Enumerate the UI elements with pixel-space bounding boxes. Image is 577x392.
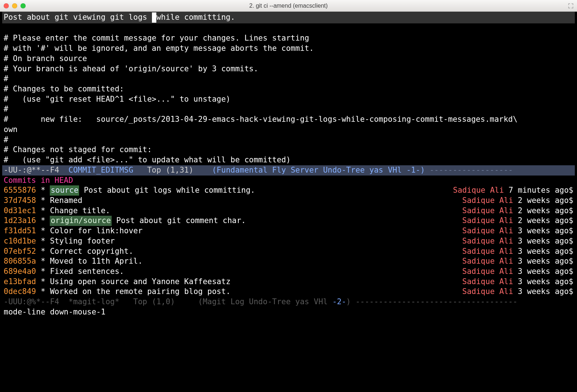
commit-row[interactable]: 6555876 * source Post about git logs whi… bbox=[2, 185, 575, 196]
commit-author: Sadique Ali bbox=[462, 256, 513, 267]
commit-age: 2 weeks ago$ bbox=[513, 216, 573, 226]
commit-age: 3 weeks ago$ bbox=[513, 236, 573, 246]
commit-hash: f31dd51 bbox=[4, 226, 36, 236]
commit-message: Worked on the remote pairing blog post. bbox=[50, 287, 230, 297]
commit-message: Change title. bbox=[50, 206, 110, 216]
commit-age: 3 weeks ago$ bbox=[513, 267, 573, 277]
commit-message-line[interactable]: Post about git viewing git logs while co… bbox=[2, 12, 575, 23]
commit-hash: 689e4a0 bbox=[4, 267, 36, 277]
commit-author: Sadique Ali bbox=[462, 216, 513, 226]
graph-marker: * bbox=[36, 185, 50, 196]
commit-hash: 07ebf52 bbox=[4, 246, 36, 257]
commit-hash: 0dec849 bbox=[4, 287, 36, 297]
ref-label: origin/source bbox=[50, 216, 111, 226]
commit-message: Color for link:hover bbox=[50, 226, 142, 236]
modeline-bottom-num: -2- bbox=[332, 297, 346, 306]
window-titlebar: 2. git ci --amend (emacsclient) bbox=[0, 0, 577, 12]
commit-author: Sadique Ali bbox=[462, 246, 513, 257]
modeline-bottom-left: -UUU:@%*--F4 *magit-log* Top (1,0) (Magi… bbox=[4, 297, 332, 306]
modeline-status: -UU-:@**--F4 bbox=[4, 166, 68, 174]
graph-marker: * bbox=[36, 267, 50, 277]
graph-marker: * bbox=[36, 236, 50, 246]
commit-author: Sadique Ali bbox=[462, 287, 513, 297]
commit-hash: 0d31ec1 bbox=[4, 206, 36, 216]
commit-age: 7 minutes ago$ bbox=[504, 185, 573, 196]
commit-author: Sadique Ali bbox=[462, 236, 513, 246]
fullscreen-icon[interactable] bbox=[567, 3, 574, 9]
modeline-bottom-fill: ----------------------------------- bbox=[355, 297, 518, 306]
commit-hash: 37d7458 bbox=[4, 196, 36, 206]
modeline-position: Top (1,31) bbox=[133, 166, 212, 174]
commit-row[interactable]: 07ebf52 * Correct copyright.Sadique Ali … bbox=[2, 246, 575, 257]
commit-row[interactable]: 37d7458 * RenamedSadique Ali 2 weeks ago… bbox=[2, 196, 575, 206]
modeline-bottom-after: ) bbox=[346, 297, 355, 306]
modeline-buffer-name: COMMIT_EDITMSG bbox=[68, 166, 133, 174]
commit-message: Post about git logs while committing. bbox=[84, 185, 255, 196]
close-icon[interactable] bbox=[4, 3, 9, 8]
graph-marker: * bbox=[36, 287, 50, 297]
commit-hash: e13bfad bbox=[4, 277, 36, 287]
text-cursor bbox=[152, 12, 157, 23]
commit-message: Moved to 11th April. bbox=[50, 256, 142, 267]
ref-label: source bbox=[50, 185, 79, 196]
commit-author: Sadique Ali bbox=[462, 277, 513, 287]
commit-message: Fixed sentences. bbox=[50, 267, 124, 277]
commit-author: Sadique Ali bbox=[462, 226, 513, 236]
commit-row[interactable]: f31dd51 * Color for link:hoverSadique Al… bbox=[2, 226, 575, 236]
graph-marker: * bbox=[36, 246, 50, 257]
echo-area: mode-line down-mouse-1 bbox=[2, 307, 575, 317]
graph-marker: * bbox=[36, 226, 50, 236]
commit-age: 2 weeks ago$ bbox=[513, 206, 573, 216]
graph-marker: * bbox=[36, 216, 50, 226]
modeline-top[interactable]: -UU-:@**--F4 COMMIT_EDITMSG Top (1,31) (… bbox=[2, 165, 575, 176]
commit-age: 3 weeks ago$ bbox=[513, 246, 573, 257]
zoom-icon[interactable] bbox=[21, 3, 26, 8]
commit-message: Styling footer bbox=[50, 236, 115, 246]
commit-row[interactable]: 689e4a0 * Fixed sentences.Sadique Ali 3 … bbox=[2, 267, 575, 277]
graph-marker: * bbox=[36, 277, 50, 287]
commit-row[interactable]: c10d1be * Styling footerSadique Ali 3 we… bbox=[2, 236, 575, 246]
magit-log-list[interactable]: 6555876 * source Post about git logs whi… bbox=[2, 185, 575, 297]
magit-log-header: Commits in HEAD bbox=[2, 176, 575, 186]
graph-marker: * bbox=[36, 206, 50, 216]
emacs-frame: Post about git viewing git logs while co… bbox=[0, 12, 577, 392]
commit-message: Post about git comment char. bbox=[116, 216, 246, 226]
commit-row[interactable]: 1d23a16 * origin/source Post about git c… bbox=[2, 216, 575, 226]
commit-author: Sadique Ali bbox=[453, 185, 504, 196]
commit-template-body[interactable]: # Please enter the commit message for yo… bbox=[2, 23, 575, 165]
graph-marker: * bbox=[36, 196, 50, 206]
modeline-modes: (Fundamental Fly Server Undo-Tree yas VH… bbox=[212, 166, 425, 174]
commit-hash: 806855a bbox=[4, 256, 36, 267]
commit-message: Correct copyright. bbox=[50, 246, 133, 257]
commit-message-after-cursor: while committing. bbox=[156, 13, 235, 22]
commit-author: Sadique Ali bbox=[462, 206, 513, 216]
window-title: 2. git ci --amend (emacsclient) bbox=[0, 2, 577, 10]
commit-row[interactable]: 0d31ec1 * Change title.Sadique Ali 2 wee… bbox=[2, 206, 575, 216]
commit-age: 3 weeks ago$ bbox=[513, 287, 573, 297]
modeline-fill: ------------------ bbox=[425, 166, 513, 174]
commit-row[interactable]: 806855a * Moved to 11th April.Sadique Al… bbox=[2, 256, 575, 267]
modeline-bottom[interactable]: -UUU:@%*--F4 *magit-log* Top (1,0) (Magi… bbox=[2, 297, 575, 307]
commit-message: Using open source and Yanone Kaffeesatz bbox=[50, 277, 230, 287]
commit-age: 3 weeks ago$ bbox=[513, 226, 573, 236]
commit-hash: 6555876 bbox=[4, 185, 36, 196]
commit-age: 3 weeks ago$ bbox=[513, 277, 573, 287]
commit-row[interactable]: 0dec849 * Worked on the remote pairing b… bbox=[2, 287, 575, 297]
commit-row[interactable]: e13bfad * Using open source and Yanone K… bbox=[2, 277, 575, 287]
commit-age: 3 weeks ago$ bbox=[513, 256, 573, 267]
minimize-icon[interactable] bbox=[12, 3, 17, 8]
graph-marker: * bbox=[36, 256, 50, 267]
commit-author: Sadique Ali bbox=[462, 267, 513, 277]
commit-hash: c10d1be bbox=[4, 236, 36, 246]
commit-message: Renamed bbox=[50, 196, 82, 206]
commit-age: 2 weeks ago$ bbox=[513, 196, 573, 206]
commit-hash: 1d23a16 bbox=[4, 216, 36, 226]
commit-author: Sadique Ali bbox=[462, 196, 513, 206]
traffic-lights bbox=[4, 3, 26, 8]
commit-message-before-cursor: Post about git viewing git logs bbox=[4, 13, 152, 22]
